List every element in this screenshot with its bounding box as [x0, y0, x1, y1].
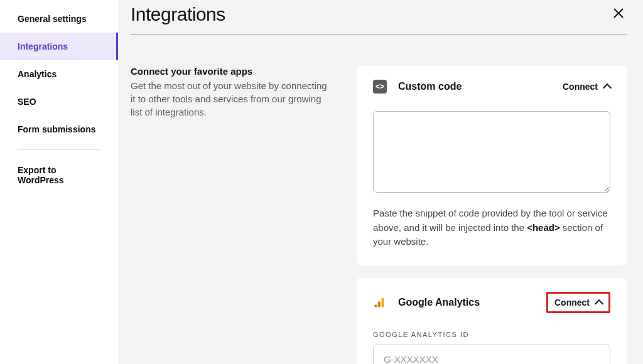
ga-id-input[interactable] — [373, 345, 610, 365]
settings-sidebar: General settings Integrations Analytics … — [0, 0, 118, 364]
svg-rect-0 — [382, 297, 384, 307]
title-divider — [131, 34, 627, 35]
google-analytics-icon — [373, 296, 387, 309]
svg-rect-1 — [378, 301, 381, 307]
page-title: Integrations — [131, 4, 225, 25]
intro-description: Get the most out of your website by conn… — [131, 79, 332, 119]
chevron-up-icon — [603, 83, 612, 92]
main-panel: Integrations Connect your favorite apps … — [118, 0, 643, 364]
close-button[interactable] — [610, 5, 627, 24]
google-analytics-card: Google Analytics Connect GOOGLE ANALYTIC… — [357, 278, 627, 365]
custom-code-title: Custom code — [398, 81, 462, 92]
google-analytics-connect-toggle[interactable]: Connect — [546, 292, 610, 313]
connect-label: Connect — [563, 82, 598, 92]
svg-point-2 — [374, 304, 377, 307]
custom-code-card: <> Custom code Connect Paste the snippet… — [357, 66, 627, 265]
sidebar-item-form-submissions[interactable]: Form submissions — [0, 115, 118, 143]
google-analytics-title: Google Analytics — [398, 297, 480, 308]
connect-label: Connect — [554, 297, 590, 308]
custom-code-textarea[interactable] — [373, 111, 610, 193]
custom-code-connect-toggle[interactable]: Connect — [563, 82, 610, 92]
intro-block: Connect your favorite apps Get the most … — [131, 66, 332, 364]
sidebar-divider — [18, 149, 100, 150]
sidebar-item-integrations[interactable]: Integrations — [0, 33, 118, 60]
sidebar-item-seo[interactable]: SEO — [0, 88, 118, 115]
custom-code-helper: Paste the snippet of code provided by th… — [373, 206, 610, 249]
ga-id-label: GOOGLE ANALYTICS ID — [373, 331, 610, 338]
code-icon: <> — [373, 80, 387, 94]
sidebar-item-general-settings[interactable]: General settings — [0, 5, 118, 33]
sidebar-item-analytics[interactable]: Analytics — [0, 60, 118, 88]
sidebar-item-export-wordpress[interactable]: Export to WordPress — [0, 156, 118, 194]
intro-heading: Connect your favorite apps — [131, 66, 332, 77]
chevron-up-icon — [595, 299, 603, 308]
close-icon — [613, 8, 624, 19]
